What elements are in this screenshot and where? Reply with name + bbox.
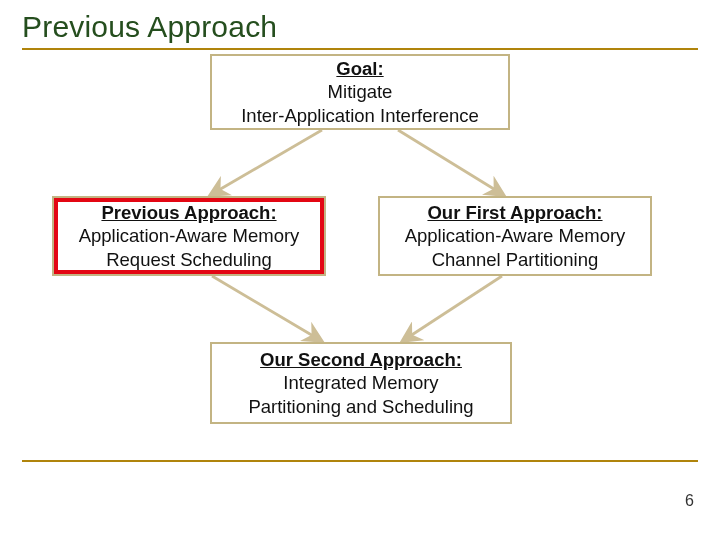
page-number: 6 [685, 492, 694, 510]
goal-box: Goal: Mitigate Inter-Application Interfe… [210, 54, 510, 130]
first-line1: Application-Aware Memory [405, 224, 626, 248]
second-approach-box: Our Second Approach: Integrated Memory P… [210, 342, 512, 424]
page-title: Previous Approach [22, 10, 698, 44]
arrow-previous-to-second [212, 276, 320, 340]
first-heading: Our First Approach: [427, 201, 602, 225]
first-line2: Channel Partitioning [432, 248, 599, 272]
slide: Previous Approach Goal: Mitigate Inter-A… [0, 0, 720, 540]
goal-line2: Inter-Application Interference [241, 104, 479, 128]
diagram-canvas: Goal: Mitigate Inter-Application Interfe… [22, 50, 698, 460]
arrow-first-to-second [404, 276, 502, 340]
previous-approach-box: Previous Approach: Application-Aware Mem… [52, 196, 326, 276]
previous-line1: Application-Aware Memory [79, 224, 300, 248]
second-line2: Partitioning and Scheduling [248, 395, 473, 419]
previous-heading: Previous Approach: [101, 201, 276, 225]
goal-line1: Mitigate [328, 80, 393, 104]
previous-line2: Request Scheduling [106, 248, 272, 272]
second-line1: Integrated Memory [283, 371, 438, 395]
second-heading: Our Second Approach: [260, 348, 462, 372]
first-approach-box: Our First Approach: Application-Aware Me… [378, 196, 652, 276]
arrow-goal-to-previous [212, 130, 322, 194]
arrow-goal-to-first [398, 130, 502, 194]
goal-heading: Goal: [336, 57, 383, 81]
footer-rule [22, 460, 698, 462]
